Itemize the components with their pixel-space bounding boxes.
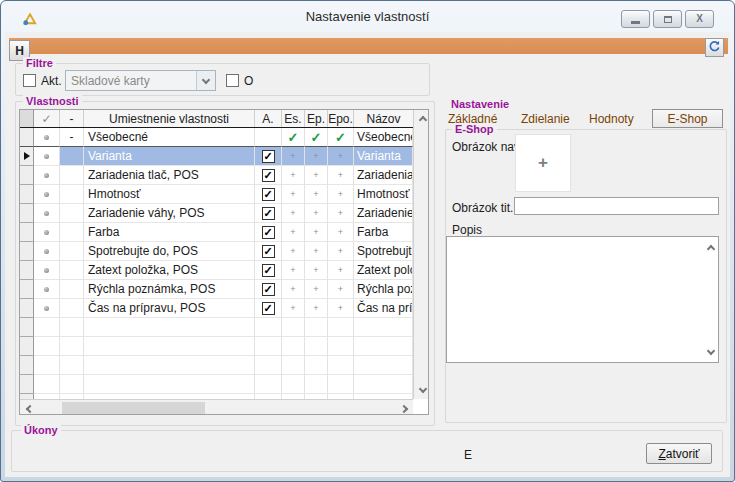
active-cell[interactable] xyxy=(255,204,282,223)
refresh-icon xyxy=(708,40,721,56)
property-name-cell: Farba xyxy=(84,223,255,242)
tab-hodnoty[interactable]: Hodnoty xyxy=(589,112,634,126)
active-cell[interactable] xyxy=(255,223,282,242)
checkbox-checked-icon[interactable] xyxy=(262,150,275,163)
nazov-cell: Rýchla poznámka, POS xyxy=(354,280,413,299)
row-selector[interactable] xyxy=(20,261,34,280)
nazov-cell: Všeobecné xyxy=(354,128,413,147)
es-column-header[interactable]: Es. xyxy=(282,110,305,127)
active-cell[interactable] xyxy=(255,128,282,147)
table-row[interactable]: Farba+++Farba xyxy=(20,223,428,242)
table-row[interactable]: Rýchla poznámka, POS+++Rýchla poznámka, … xyxy=(20,280,428,299)
checkbox-checked-icon[interactable] xyxy=(262,302,275,315)
row-selector[interactable] xyxy=(20,128,34,147)
checkbox-checked-icon[interactable] xyxy=(262,169,275,182)
table-row[interactable]: Čas na prípravu, POS+++Čas na prípravu, … xyxy=(20,299,428,318)
checkbox-checked-icon[interactable] xyxy=(262,264,275,277)
ep-cell: + xyxy=(305,261,328,280)
scroll-up-icon[interactable] xyxy=(415,111,429,126)
textarea-scroll-down-icon[interactable] xyxy=(703,344,718,359)
scroll-down-icon[interactable] xyxy=(415,382,429,397)
epo-column-header[interactable]: Epo. xyxy=(328,110,354,127)
ep-cell: + xyxy=(305,242,328,261)
a-column-header[interactable]: A. xyxy=(255,110,282,127)
table-row[interactable]: Zariadenia tlač, POS+++Zariadenia tlač, … xyxy=(20,166,428,185)
row-selector[interactable] xyxy=(20,223,34,242)
active-cell[interactable] xyxy=(255,299,282,318)
plus-icon: + xyxy=(290,189,295,199)
plus-icon: + xyxy=(313,151,318,161)
place-column-header[interactable]: Umiestnenie vlastnosti xyxy=(84,110,255,127)
active-cell[interactable] xyxy=(255,280,282,299)
category-dropdown[interactable]: Skladové karty xyxy=(65,70,216,91)
o-checkbox[interactable] xyxy=(226,74,239,87)
check-column-header[interactable]: ✓ xyxy=(34,110,60,127)
popis-textarea[interactable] xyxy=(446,236,719,363)
property-name-cell: Rýchla poznámka, POS xyxy=(84,280,255,299)
row-selector[interactable] xyxy=(20,299,34,318)
close-icon: X xyxy=(696,14,703,24)
ep-cell: + xyxy=(305,299,328,318)
active-cell[interactable] xyxy=(255,166,282,185)
epo-cell: + xyxy=(328,299,354,318)
row-selector[interactable] xyxy=(20,147,34,166)
row-selector[interactable] xyxy=(20,242,34,261)
dash-cell xyxy=(60,147,84,166)
check-icon: ✓ xyxy=(311,130,322,145)
table-row[interactable]: -Všeobecné✓✓✓Všeobecné xyxy=(20,128,428,147)
scroll-right-icon[interactable] xyxy=(397,401,412,415)
table-row[interactable]: Varianta+++Varianta xyxy=(20,147,428,166)
table-row[interactable]: Hmotnosť+++Hmotnosť xyxy=(20,185,428,204)
minimize-button[interactable] xyxy=(621,10,650,28)
grid-horizontal-scrollbar[interactable] xyxy=(20,399,413,415)
title-bar[interactable]: Nastavenie vlastností X xyxy=(1,1,734,32)
grid-vertical-scrollbar[interactable] xyxy=(413,110,429,399)
property-name-cell: Hmotnosť xyxy=(84,185,255,204)
epo-cell: + xyxy=(328,147,354,166)
actions-groupbox xyxy=(11,430,723,472)
refresh-button[interactable] xyxy=(705,38,724,57)
checkbox-checked-icon[interactable] xyxy=(262,226,275,239)
table-row[interactable]: Zariadenie váhy, POS+++Zariadenie váhy, … xyxy=(20,204,428,223)
grid-header-row: ✓ - Umiestnenie vlastnosti A. Es. Ep. Ep… xyxy=(20,110,428,128)
nazov-column-header[interactable]: Názov xyxy=(354,110,413,127)
dropdown-button[interactable] xyxy=(196,71,215,90)
scroll-left-icon[interactable] xyxy=(21,401,36,415)
close-button[interactable]: X xyxy=(685,10,714,28)
zatvorit-button[interactable]: Zatvoriť xyxy=(646,443,712,464)
grid-body: -Všeobecné✓✓✓VšeobecnéVarianta+++Variant… xyxy=(20,128,428,399)
dash-column-header[interactable]: - xyxy=(60,110,84,127)
row-selector[interactable] xyxy=(20,204,34,223)
properties-group-label: Vlastnosti xyxy=(23,95,82,107)
active-cell[interactable] xyxy=(255,147,282,166)
row-selector[interactable] xyxy=(20,185,34,204)
tab-zdielanie[interactable]: Zdielanie xyxy=(521,112,570,126)
es-cell: + xyxy=(282,204,305,223)
textarea-scroll-up-icon[interactable] xyxy=(703,240,718,255)
image-tit-input[interactable] xyxy=(514,197,719,215)
property-type-cell xyxy=(34,223,60,242)
plus-icon: + xyxy=(313,227,318,237)
active-cell[interactable] xyxy=(255,261,282,280)
dialog-content: H Filtre Akt. Skladové karty O Vlastnost… xyxy=(5,32,730,477)
checkbox-checked-icon[interactable] xyxy=(262,245,275,258)
checkbox-checked-icon[interactable] xyxy=(262,207,275,220)
record-dot-icon xyxy=(44,173,49,178)
horizontal-scroll-thumb[interactable] xyxy=(62,402,205,415)
nazov-cell: Farba xyxy=(354,223,413,242)
tab-eshop[interactable]: E-Shop xyxy=(652,109,723,128)
table-row[interactable]: Spotrebujte do, POS+++Spotrebujte do, PO… xyxy=(20,242,428,261)
table-row[interactable]: Zatext položka, POS+++Zatext položka, PO… xyxy=(20,261,428,280)
record-dot-icon xyxy=(44,230,49,235)
checkbox-checked-icon[interactable] xyxy=(262,188,275,201)
checkbox-checked-icon[interactable] xyxy=(262,283,275,296)
ep-column-header[interactable]: Ep. xyxy=(305,110,328,127)
row-selector[interactable] xyxy=(20,280,34,299)
active-cell[interactable] xyxy=(255,185,282,204)
active-cell[interactable] xyxy=(255,242,282,261)
maximize-button[interactable] xyxy=(653,10,682,28)
akt-checkbox[interactable] xyxy=(23,74,36,87)
image-nav-placeholder[interactable]: + xyxy=(515,134,571,192)
nazov-cell: Zariadenia tlač, POS xyxy=(354,166,413,185)
row-selector[interactable] xyxy=(20,166,34,185)
